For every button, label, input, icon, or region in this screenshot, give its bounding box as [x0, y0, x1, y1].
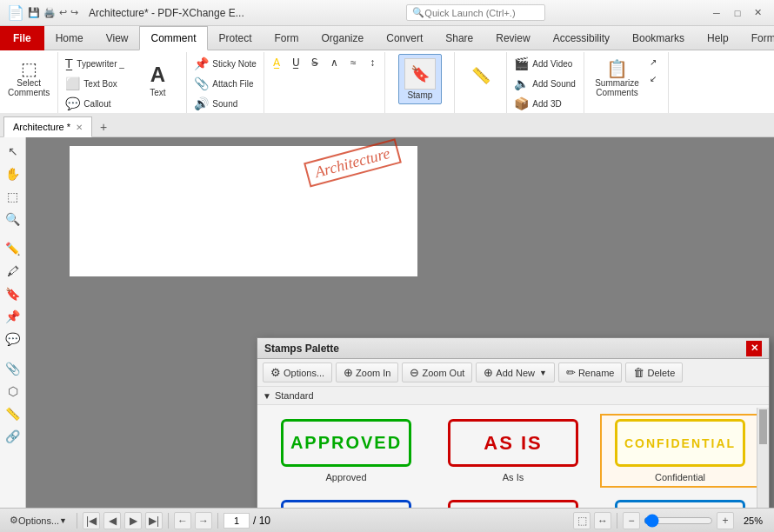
options-button[interactable]: ⚙ Options... — [263, 362, 332, 382]
zoom-in-button[interactable]: ⊕ Zoom In — [336, 362, 398, 382]
measure-btn[interactable]: 📏 — [464, 54, 498, 97]
squiggly-button[interactable]: ≈ — [344, 54, 362, 71]
sidebar-zoom-tool[interactable]: 🔍 — [3, 209, 23, 229]
sidebar-stamp-tool[interactable]: 🔖 — [3, 283, 23, 304]
quick-launch-box[interactable]: 🔍 — [406, 4, 545, 21]
select-comments-button[interactable]: ⬚ SelectComments — [3, 54, 54, 103]
zoom-out-icon: ⊖ — [410, 366, 419, 379]
nav-first-button[interactable]: |◀ — [83, 512, 100, 529]
new-tab-button[interactable]: + — [94, 117, 113, 136]
sidebar-attach-tool[interactable]: 📎 — [3, 358, 23, 379]
stamp-asis-label: As Is — [503, 472, 524, 482]
export-comments-button[interactable]: ↗ — [644, 54, 662, 70]
dialog-scrollbar[interactable] — [757, 408, 769, 508]
tab-share[interactable]: Share — [434, 26, 484, 50]
fit-width-button[interactable]: ↔ — [594, 512, 611, 529]
doc-tab-close[interactable]: ✕ — [76, 123, 83, 132]
stamp-item-confidential[interactable]: CONFIDENTIAL Confidential — [600, 414, 760, 488]
text-button[interactable]: A Text — [136, 56, 179, 104]
stamp-icon: 🔖 — [404, 58, 436, 90]
tab-protect[interactable]: Protect — [208, 26, 264, 50]
sidebar-note-tool[interactable]: 📌 — [3, 306, 23, 327]
stamp-item-experimental[interactable]: EXPERIMENTAL Experimental — [600, 495, 760, 508]
sidebar-pointer-tool[interactable]: ↖ — [3, 141, 23, 162]
nav-next-button[interactable]: ▶ — [124, 512, 142, 529]
highlight-button[interactable]: A̲ — [268, 54, 285, 71]
stamp-item-departmental[interactable]: DEPARTMENTAL Departmental — [266, 495, 426, 508]
sidebar-pen-tool[interactable]: ✏️ — [3, 238, 23, 259]
stamp-item-asis[interactable]: AS IS As Is — [433, 414, 593, 488]
zoom-out-button[interactable]: ⊖ Zoom Out — [402, 362, 472, 382]
sticky-note-button[interactable]: 📌 Sticky Note — [190, 54, 260, 73]
strikethrough-button[interactable]: S̶ — [306, 54, 324, 71]
tab-review[interactable]: Review — [484, 26, 541, 50]
quick-launch-input[interactable] — [424, 8, 537, 18]
replace-button[interactable]: ↕ — [364, 54, 381, 71]
callout-button[interactable]: 💬 Callout — [62, 94, 131, 113]
add-3d-button[interactable]: 📦 Add 3D — [510, 94, 580, 113]
nav-forward-button[interactable]: → — [195, 512, 212, 529]
attach-file-button[interactable]: 📎 Attach File — [190, 74, 260, 93]
section-header[interactable]: ▼ Standard — [257, 387, 769, 405]
fit-page-button[interactable]: ⬚ — [573, 512, 591, 529]
summarize-comments-button[interactable]: 📋 SummarizeComments — [591, 54, 644, 103]
sidebar-hand-tool[interactable]: ✋ — [3, 163, 23, 184]
quick-access-redo[interactable]: ↪ — [70, 7, 78, 18]
stamp-departmental-visual: DEPARTMENTAL — [281, 500, 411, 508]
zoom-in-statusbar-button[interactable]: + — [717, 512, 734, 529]
tab-organize[interactable]: Organize — [310, 26, 376, 50]
sidebar-highlight-tool[interactable]: 🖍 — [3, 261, 23, 282]
stamp-item-approved[interactable]: APPROVED Approved — [266, 414, 426, 488]
sidebar-select-tool[interactable]: ⬚ — [3, 186, 23, 207]
tab-comment[interactable]: Comment — [139, 26, 207, 50]
delete-button[interactable]: 🗑 Delete — [625, 362, 683, 382]
rename-icon: ✏ — [566, 366, 576, 379]
maximize-button[interactable]: □ — [729, 4, 746, 22]
tab-accessibility[interactable]: Accessibility — [542, 26, 621, 50]
stamp-item-draft[interactable]: DRAFT Draft — [433, 495, 593, 508]
tab-file[interactable]: File — [0, 26, 44, 50]
dialog-close-button[interactable]: ✕ — [746, 341, 762, 356]
add-new-button[interactable]: ⊕ Add New ▼ — [476, 362, 555, 382]
text-buttons: T̲ Typewriter _ ⬜ Text Box 💬 Callout A — [62, 54, 183, 113]
close-button[interactable]: ✕ — [750, 4, 767, 22]
zoom-out-statusbar-button[interactable]: − — [623, 512, 640, 529]
import-comments-button[interactable]: ↙ — [644, 70, 662, 86]
tab-convert[interactable]: Convert — [375, 26, 434, 50]
stamp-button[interactable]: 🔖 Stamp — [398, 54, 442, 104]
tab-format[interactable]: Format — [740, 26, 774, 50]
underline-button[interactable]: U̲ — [287, 54, 304, 71]
quick-access-save[interactable]: 💾 — [28, 7, 40, 18]
page-number-input[interactable] — [224, 513, 250, 529]
quick-access-undo[interactable]: ↩ — [59, 7, 67, 18]
nav-back-button[interactable]: ← — [174, 512, 191, 529]
sidebar-shape-tool[interactable]: ⬡ — [3, 381, 23, 402]
add-video-button[interactable]: 🎬 Add Video — [510, 54, 580, 73]
sidebar-comment-tool[interactable]: 💬 — [3, 329, 23, 349]
caret-button[interactable]: ∧ — [325, 54, 343, 71]
typewriter-button[interactable]: T̲ Typewriter _ — [62, 54, 131, 73]
sound-button[interactable]: 🔊 Sound — [190, 94, 260, 113]
statusbar-options-button[interactable]: ⚙ Options... ▼ — [5, 512, 71, 529]
sidebar-link-tool[interactable]: 🔗 — [3, 426, 23, 447]
zoom-slider[interactable] — [644, 514, 713, 528]
quick-access-print[interactable]: 🖨️ — [43, 7, 56, 18]
nav-last-button[interactable]: ▶| — [145, 512, 163, 529]
tab-view[interactable]: View — [95, 26, 140, 50]
dialog-body: ▼ Standard APPROVED Approved AS IS As Is — [257, 387, 769, 508]
tab-help[interactable]: Help — [696, 26, 740, 50]
doc-tab-architecture[interactable]: Architecture * ✕ — [3, 116, 92, 137]
statusbar-divider-2 — [168, 513, 169, 529]
tab-home[interactable]: Home — [44, 26, 95, 50]
minimize-button[interactable]: ─ — [708, 4, 725, 22]
rename-button[interactable]: ✏ Rename — [558, 362, 623, 382]
nav-prev-button[interactable]: ◀ — [103, 512, 121, 529]
add-sound-button[interactable]: 🔈 Add Sound — [510, 74, 580, 93]
sidebar-measure-tool[interactable]: 📏 — [3, 403, 23, 424]
scrollbar-thumb[interactable] — [759, 409, 767, 444]
textbox-button[interactable]: ⬜ Text Box — [62, 74, 131, 93]
tab-form[interactable]: Form — [264, 26, 310, 50]
sound-icon: 🔊 — [194, 97, 209, 110]
tab-bookmarks[interactable]: Bookmarks — [621, 26, 696, 50]
summarize-label: SummarizeComments — [595, 78, 639, 97]
